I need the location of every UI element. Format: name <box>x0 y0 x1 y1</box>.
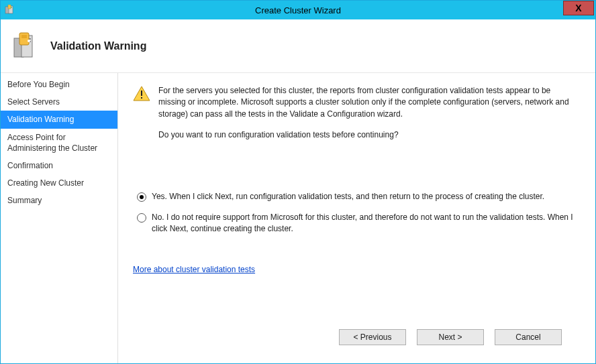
page-title: Validation Warning <box>50 40 146 52</box>
sidebar-item-confirmation[interactable]: Confirmation <box>1 157 117 174</box>
sidebar-item-before-you-begin[interactable]: Before You Begin <box>1 76 117 93</box>
radio-yes[interactable] <box>137 192 146 202</box>
warning-message-text: For the servers you selected for this cl… <box>158 85 577 151</box>
svg-point-3 <box>11 7 12 8</box>
message-paragraph-2: Do you want to run configuration validat… <box>158 129 577 141</box>
svg-rect-8 <box>19 33 29 45</box>
sidebar-item-select-servers[interactable]: Select Servers <box>1 93 117 111</box>
radio-yes-label: Yes. When I click Next, run configuratio… <box>152 191 544 202</box>
more-info-link[interactable]: More about cluster validation tests <box>133 265 577 274</box>
svg-rect-2 <box>8 5 11 9</box>
wizard-content: For the servers you selected for this cl… <box>118 73 595 363</box>
svg-rect-13 <box>141 97 142 99</box>
wizard-body: Before You Begin Select Servers Validati… <box>1 73 595 363</box>
svg-point-10 <box>28 40 30 42</box>
option-yes-row[interactable]: Yes. When I click Next, run configuratio… <box>137 191 577 202</box>
wizard-header: Validation Warning <box>1 19 595 73</box>
sidebar-item-creating-new-cluster[interactable]: Creating New Cluster <box>1 174 117 192</box>
radio-no-label: No. I do not require support from Micros… <box>152 212 577 235</box>
wizard-header-icon <box>11 32 41 61</box>
sidebar-item-validation-warning[interactable]: Validation Warning <box>1 111 117 128</box>
wizard-footer: < Previous Next > Cancel <box>133 319 577 355</box>
svg-rect-9 <box>21 35 27 38</box>
close-button[interactable]: X <box>563 1 594 15</box>
next-button[interactable]: Next > <box>417 329 484 345</box>
titlebar: Create Cluster Wizard X <box>1 1 595 19</box>
window-title: Create Cluster Wizard <box>1 5 595 15</box>
previous-button[interactable]: < Previous <box>339 329 406 345</box>
warning-message-row: For the servers you selected for this cl… <box>133 85 577 151</box>
radio-no[interactable] <box>137 213 146 223</box>
sidebar-item-access-point[interactable]: Access Point for Administering the Clust… <box>1 129 117 157</box>
validation-option-group: Yes. When I click Next, run configuratio… <box>137 191 577 245</box>
content-spacer <box>133 274 577 319</box>
cancel-button[interactable]: Cancel <box>495 329 562 345</box>
message-paragraph-1: For the servers you selected for this cl… <box>158 85 577 120</box>
warning-icon <box>133 85 150 151</box>
option-no-row[interactable]: No. I do not require support from Micros… <box>137 212 577 235</box>
sidebar-item-summary[interactable]: Summary <box>1 192 117 209</box>
wizard-sidebar: Before You Begin Select Servers Validati… <box>1 73 118 363</box>
app-icon <box>5 5 15 15</box>
svg-rect-12 <box>141 90 142 96</box>
wizard-window: Create Cluster Wizard X Validation Warni… <box>0 0 596 364</box>
